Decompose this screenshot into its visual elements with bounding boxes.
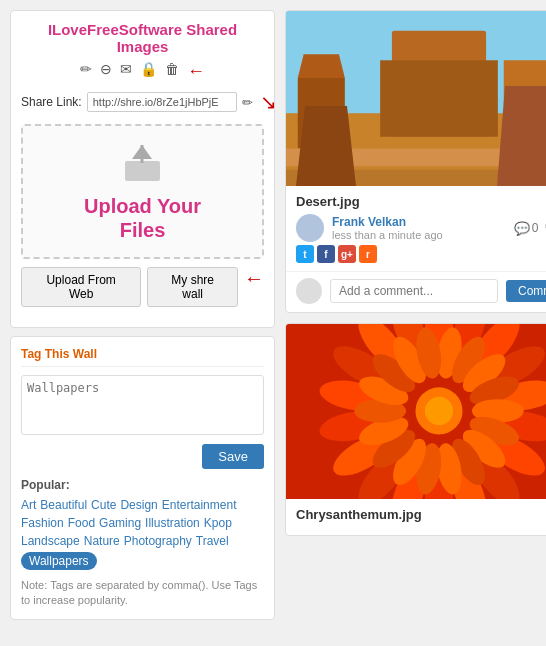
desert-card: Desert.jpg Frank Velkan less than a minu… — [285, 10, 546, 313]
tag-kpop[interactable]: Kpop — [204, 516, 232, 530]
comment-row-desert: Comment — [286, 271, 546, 312]
share-link-edit-icon[interactable]: ✏ — [242, 95, 253, 110]
facebook-icon[interactable]: f — [317, 245, 335, 263]
tags-list: Art Beautiful Cute Design Entertainment … — [21, 498, 264, 570]
avatar-desert — [296, 214, 324, 242]
svg-rect-10 — [286, 149, 546, 167]
upload-buttons: Upload From Web My shre wall ← — [21, 267, 264, 307]
tag-gaming[interactable]: Gaming — [99, 516, 141, 530]
edit-icon[interactable]: ✏ — [80, 61, 92, 82]
chrysanthemum-image — [286, 324, 546, 499]
svg-rect-8 — [298, 78, 345, 149]
left-panel: ILoveFreeSoftware Shared Images ✏ ⊖ ✉ 🔒 … — [10, 10, 275, 620]
shared-images-box: ILoveFreeSoftware Shared Images ✏ ⊖ ✉ 🔒 … — [10, 10, 275, 328]
arrow-indicator: ← — [187, 61, 205, 82]
desert-card-info: Desert.jpg Frank Velkan less than a minu… — [286, 186, 546, 271]
svg-rect-0 — [125, 161, 160, 181]
comment-button-desert[interactable]: Comment — [506, 280, 546, 302]
chrysanthemum-card: Chrysanthemum.jpg — [285, 323, 546, 536]
tag-illustration[interactable]: Illustration — [145, 516, 200, 530]
shared-images-toolbar: ✏ ⊖ ✉ 🔒 🗑 ← — [21, 61, 264, 82]
svg-marker-9 — [298, 54, 345, 78]
arrow-indicator-3: ← — [244, 267, 264, 307]
tag-fashion[interactable]: Fashion — [21, 516, 64, 530]
tag-entertainment[interactable]: Entertainment — [162, 498, 237, 512]
upload-icon — [120, 141, 165, 189]
desert-image — [286, 11, 546, 186]
popular-row: Popular: — [21, 477, 264, 492]
arrow-indicator-2: ↘ — [260, 90, 277, 114]
tag-textarea[interactable] — [21, 375, 264, 435]
desert-filename: Desert.jpg — [296, 194, 546, 209]
trash-icon[interactable]: 🗑 — [165, 61, 179, 82]
svg-rect-6 — [380, 60, 498, 137]
share-link-input[interactable] — [87, 92, 237, 112]
tag-cute[interactable]: Cute — [91, 498, 116, 512]
svg-rect-11 — [286, 170, 546, 186]
tag-wallpapers-active[interactable]: Wallpapers — [21, 552, 97, 570]
tag-photography[interactable]: Photography — [124, 534, 192, 548]
tag-wall-box: Tag This Wall Save Popular: Art Beautifu… — [10, 336, 275, 620]
social-icons-desert: t f g+ r — [296, 245, 546, 263]
comment-count-desert: 💬 0 — [514, 221, 539, 236]
email-icon[interactable]: ✉ — [120, 61, 132, 82]
note-text: Note: Tags are separated by comma(). Use… — [21, 578, 264, 609]
save-button[interactable]: Save — [202, 444, 264, 469]
tag-food[interactable]: Food — [68, 516, 95, 530]
chrysanthemum-filename: Chrysanthemum.jpg — [296, 507, 546, 522]
upload-from-web-button[interactable]: Upload From Web — [21, 267, 141, 307]
user-row-desert: Frank Velkan less than a minute ago 💬 0 … — [296, 214, 546, 242]
tag-nature[interactable]: Nature — [84, 534, 120, 548]
upload-drop-area[interactable]: Upload Your Files — [21, 124, 264, 259]
share-link-label: Share Link: — [21, 95, 82, 109]
chrysanthemum-card-info: Chrysanthemum.jpg — [286, 499, 546, 535]
tag-beautiful[interactable]: Beautiful — [40, 498, 87, 512]
upload-text: Upload Your Files — [84, 194, 201, 242]
my-shre-wall-button[interactable]: My shre wall — [147, 267, 238, 307]
lock-icon[interactable]: 🔒 — [140, 61, 157, 82]
share-link-row: Share Link: ✏ ↘ — [21, 90, 264, 114]
gplus-icon[interactable]: g+ — [338, 245, 356, 263]
tag-design[interactable]: Design — [120, 498, 157, 512]
tag-art[interactable]: Art — [21, 498, 36, 512]
shared-images-title: ILoveFreeSoftware Shared Images — [21, 21, 264, 55]
save-row: Save — [21, 444, 264, 469]
tag-wall-title: Tag This Wall — [21, 347, 264, 367]
action-icons-desert: 💬 0 ♡ 0 ↗ — [514, 221, 546, 236]
tag-travel[interactable]: Travel — [196, 534, 229, 548]
svg-rect-7 — [504, 60, 546, 137]
remove-icon[interactable]: ⊖ — [100, 61, 112, 82]
popular-label: Popular: — [21, 478, 70, 492]
timestamp-desert: less than a minute ago — [332, 229, 506, 241]
comment-avatar-desert — [296, 278, 322, 304]
reddit-icon[interactable]: r — [359, 245, 377, 263]
right-panel: Desert.jpg Frank Velkan less than a minu… — [285, 10, 546, 620]
user-info-desert: Frank Velkan less than a minute ago — [332, 215, 506, 241]
twitter-icon[interactable]: t — [296, 245, 314, 263]
chat-icon: 💬 — [514, 221, 530, 236]
tag-landscape[interactable]: Landscape — [21, 534, 80, 548]
username-desert[interactable]: Frank Velkan — [332, 215, 506, 229]
comment-input-desert[interactable] — [330, 279, 498, 303]
svg-point-50 — [425, 397, 453, 425]
